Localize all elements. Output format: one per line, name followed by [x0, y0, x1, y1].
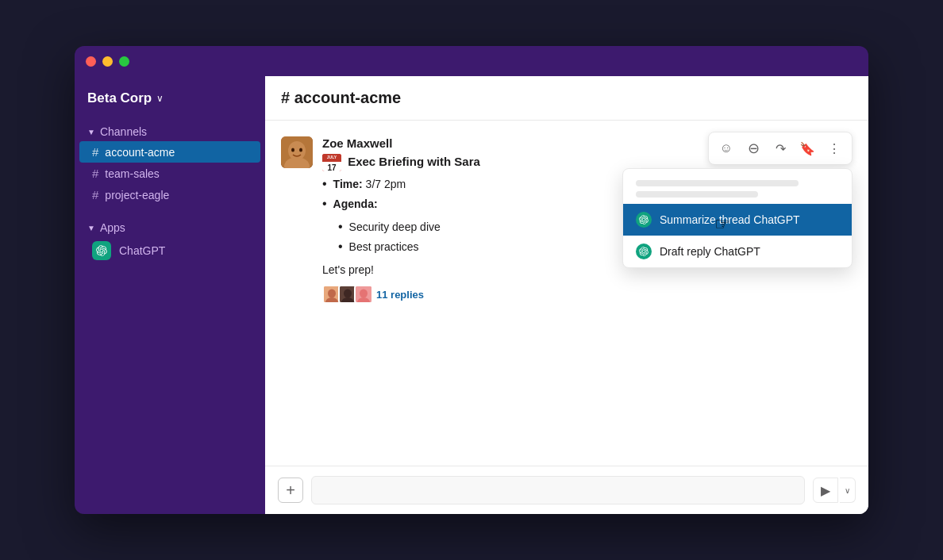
message-actions-bar: ☺ ⊖ ↷ 🔖 ⋮ — [708, 132, 853, 165]
loader-bar-2 — [636, 191, 758, 198]
send-button[interactable]: ▶ — [813, 478, 838, 503]
workspace-name: Beta Corp — [87, 90, 152, 106]
sidebar-item-account-acme[interactable]: # account-acme — [79, 141, 260, 163]
channel-title: # account-acme — [281, 89, 401, 106]
more-icon: ⋮ — [828, 141, 841, 156]
maximize-button[interactable] — [119, 56, 129, 67]
replies-link[interactable]: 11 replies — [376, 289, 424, 301]
loader-bar-1 — [636, 180, 799, 186]
close-button[interactable] — [86, 56, 96, 67]
send-options-button[interactable]: ∨ — [840, 478, 856, 503]
svg-point-12 — [360, 290, 368, 298]
draft-reply-item[interactable]: Draft reply ChatGPT — [623, 236, 852, 267]
channels-arrow-icon: ▼ — [87, 128, 95, 136]
channel-header: # account-acme — [265, 76, 868, 121]
chat-area: # account-acme ☺ ⊖ ↷ 🔖 — [265, 76, 868, 514]
thread-replies: 11 replies — [322, 285, 853, 304]
message-author: Zoe Maxwell — [322, 136, 392, 150]
apps-label: Apps — [100, 221, 125, 234]
reply-avatar-3 — [354, 285, 373, 304]
workspace-header[interactable]: Beta Corp ∨ — [75, 84, 265, 122]
forward-icon: ↷ — [776, 141, 786, 156]
apps-arrow-icon: ▼ — [87, 224, 95, 232]
chatgpt-draft-icon — [636, 244, 652, 259]
input-bar: + ▶ ∨ — [265, 466, 868, 514]
svg-point-9 — [344, 290, 352, 298]
reaction-button[interactable]: ⊖ — [741, 136, 766, 161]
chevron-down-icon: ∨ — [845, 486, 850, 495]
app-window: Beta Corp ∨ ▼ Channels # account-acme # … — [75, 46, 868, 514]
emoji-reaction-button[interactable]: ☺ — [714, 136, 739, 161]
forward-button[interactable]: ↷ — [768, 136, 793, 161]
sidebar-item-project-eagle[interactable]: # project-eagle — [79, 184, 260, 205]
svg-point-4 — [299, 148, 302, 152]
more-actions-button[interactable]: ⋮ — [822, 136, 847, 161]
channels-label: Channels — [100, 125, 147, 138]
message-input[interactable] — [311, 476, 805, 504]
emoji-icon: ☺ — [720, 141, 733, 155]
summarize-thread-item[interactable]: Summarize thread ChatGPT — [623, 204, 852, 236]
avatar — [281, 136, 313, 168]
summarize-thread-label: Summarize thread ChatGPT — [660, 213, 800, 226]
bookmark-icon: 🔖 — [799, 141, 815, 156]
chatgpt-summarize-icon — [636, 212, 652, 228]
minimize-button[interactable] — [102, 56, 113, 67]
messages-area[interactable]: ☺ ⊖ ↷ 🔖 ⋮ — [265, 121, 868, 466]
apps-header[interactable]: ▼ Apps — [75, 218, 265, 237]
workspace-chevron-icon: ∨ — [156, 93, 164, 104]
sidebar: Beta Corp ∨ ▼ Channels # account-acme # … — [75, 76, 265, 514]
draft-reply-label: Draft reply ChatGPT — [660, 245, 760, 258]
menu-loader — [623, 169, 852, 204]
send-icon: ▶ — [821, 483, 830, 498]
svg-point-6 — [328, 290, 336, 298]
channel-name-project-eagle: project-eagle — [105, 189, 169, 201]
main-content: Beta Corp ∨ ▼ Channels # account-acme # … — [75, 76, 868, 514]
title-bar — [75, 46, 868, 76]
security-deep-dive-text: Security deep dive — [349, 219, 441, 236]
channels-header[interactable]: ▼ Channels — [75, 122, 265, 141]
chatgpt-label: ChatGPT — [119, 244, 165, 257]
reply-avatars — [322, 285, 370, 304]
context-menu: Summarize thread ChatGPT Draft reply Cha… — [622, 168, 853, 268]
add-attachment-button[interactable]: + — [278, 478, 303, 503]
bookmark-button[interactable]: 🔖 — [795, 136, 820, 161]
channels-section: ▼ Channels # account-acme # team-sales #… — [75, 122, 265, 205]
sidebar-item-team-sales[interactable]: # team-sales — [79, 163, 260, 184]
sidebar-item-chatgpt[interactable]: ChatGPT — [79, 237, 260, 264]
send-area: ▶ ∨ — [813, 478, 856, 503]
svg-point-3 — [291, 148, 294, 152]
hash-icon: # — [92, 188, 98, 201]
channel-name-team-sales: team-sales — [105, 167, 159, 180]
message-subject: Exec Briefing with Sara — [348, 155, 480, 168]
plus-icon: + — [286, 481, 295, 500]
apps-section: ▼ Apps ChatGPT — [75, 218, 265, 264]
chatgpt-app-icon — [92, 241, 111, 260]
calendar-badge: JULY 17 — [322, 154, 341, 171]
hash-icon: # — [92, 167, 98, 180]
hash-icon: # — [92, 145, 98, 159]
channel-name-account-acme: account-acme — [105, 146, 175, 159]
reaction-icon: ⊖ — [748, 140, 760, 157]
